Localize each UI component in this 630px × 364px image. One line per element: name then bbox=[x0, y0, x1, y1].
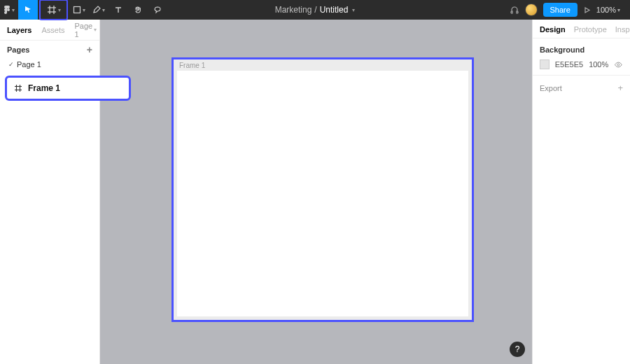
export-label: Export bbox=[540, 84, 562, 92]
export-section: Export + bbox=[533, 76, 630, 100]
tab-layers[interactable]: Layers bbox=[7, 26, 31, 34]
background-section: Background E5E5E5 100% bbox=[533, 38, 630, 76]
page-selector[interactable]: Page 1 ▾ bbox=[75, 22, 97, 38]
share-button[interactable]: Share bbox=[543, 3, 578, 17]
layer-row-selected[interactable]: Frame 1 bbox=[5, 76, 131, 101]
svg-point-0 bbox=[7, 8, 10, 11]
main-menu-button[interactable]: ▾ bbox=[0, 0, 18, 20]
frame-icon bbox=[47, 5, 57, 15]
chevron-down-icon: ▾ bbox=[617, 7, 620, 13]
chevron-down-icon: ▾ bbox=[102, 7, 105, 13]
text-tool[interactable] bbox=[108, 0, 128, 20]
background-hex[interactable]: E5E5E5 bbox=[555, 60, 583, 69]
page-row[interactable]: ✓ Page 1 bbox=[0, 57, 99, 74]
frame-selection[interactable]: Frame 1 bbox=[172, 57, 474, 322]
project-name: Marketing bbox=[275, 5, 312, 15]
pages-header-label: Pages bbox=[7, 46, 29, 54]
toolbar-left-group: ▾ ▾ ▾ ▾ bbox=[0, 0, 167, 20]
cursor-icon bbox=[24, 6, 32, 14]
file-name: Untitled bbox=[320, 5, 349, 15]
comment-tool[interactable] bbox=[148, 0, 167, 20]
page-row-label: Page 1 bbox=[17, 60, 41, 69]
background-opacity[interactable]: 100% bbox=[589, 60, 608, 69]
right-panel: Design Prototype Inspect Background E5E5… bbox=[532, 20, 630, 364]
zoom-control[interactable]: 100% ▾ bbox=[596, 6, 620, 14]
left-panel: Layers Assets Page 1 ▾ Pages + ✓ Page 1 … bbox=[0, 20, 100, 364]
canvas[interactable]: Frame 1 ? bbox=[100, 20, 532, 364]
page-selector-label: Page 1 bbox=[75, 22, 93, 38]
left-panel-tabs: Layers Assets Page 1 ▾ bbox=[0, 20, 99, 41]
svg-point-10 bbox=[617, 64, 620, 66]
chevron-down-icon: ▾ bbox=[94, 27, 97, 33]
document-title[interactable]: Marketing / Untitled ▾ bbox=[275, 5, 356, 15]
rectangle-icon bbox=[73, 6, 81, 14]
chevron-down-icon: ▾ bbox=[83, 7, 85, 13]
svg-rect-5 bbox=[74, 7, 80, 13]
help-icon: ? bbox=[515, 344, 520, 354]
tab-inspect[interactable]: Inspect bbox=[615, 25, 630, 34]
frame-body[interactable] bbox=[177, 71, 468, 316]
frame-icon bbox=[14, 84, 22, 92]
help-button[interactable]: ? bbox=[510, 342, 525, 357]
move-tool[interactable] bbox=[18, 0, 38, 20]
pen-tool[interactable]: ▾ bbox=[89, 0, 108, 20]
chevron-down-icon: ▾ bbox=[58, 7, 61, 13]
tab-prototype[interactable]: Prototype bbox=[574, 25, 607, 34]
frame-tool[interactable]: ▾ bbox=[39, 0, 68, 20]
present-icon[interactable] bbox=[583, 6, 591, 14]
color-swatch[interactable] bbox=[540, 59, 550, 69]
shape-tool[interactable]: ▾ bbox=[69, 0, 89, 20]
title-separator: / bbox=[314, 5, 316, 15]
comment-icon bbox=[153, 6, 162, 14]
zoom-value: 100% bbox=[596, 6, 616, 14]
text-icon bbox=[114, 6, 122, 14]
top-toolbar: ▾ ▾ ▾ ▾ Marketing / Untitled bbox=[0, 0, 630, 20]
pages-header: Pages + bbox=[0, 41, 99, 57]
check-icon: ✓ bbox=[8, 61, 14, 68]
layer-name: Frame 1 bbox=[28, 83, 60, 93]
background-row[interactable]: E5E5E5 100% bbox=[540, 59, 623, 69]
hand-tool[interactable] bbox=[128, 0, 148, 20]
pen-icon bbox=[92, 6, 101, 14]
chevron-down-icon: ▾ bbox=[352, 7, 355, 13]
background-header: Background bbox=[540, 46, 623, 54]
tab-assets[interactable]: Assets bbox=[41, 26, 64, 34]
toolbar-right-group: Share 100% ▾ bbox=[510, 0, 631, 20]
right-panel-tabs: Design Prototype Inspect bbox=[533, 20, 630, 38]
frame-label[interactable]: Frame 1 bbox=[179, 62, 205, 69]
visibility-icon[interactable] bbox=[614, 60, 623, 69]
chevron-down-icon: ▾ bbox=[12, 7, 15, 13]
headphones-icon[interactable] bbox=[510, 5, 519, 15]
hand-icon bbox=[134, 6, 142, 14]
add-page-button[interactable]: + bbox=[87, 45, 92, 55]
avatar[interactable] bbox=[525, 4, 538, 16]
tab-design[interactable]: Design bbox=[540, 25, 566, 34]
add-export-button[interactable]: + bbox=[617, 83, 623, 93]
figma-logo-icon bbox=[4, 5, 10, 15]
